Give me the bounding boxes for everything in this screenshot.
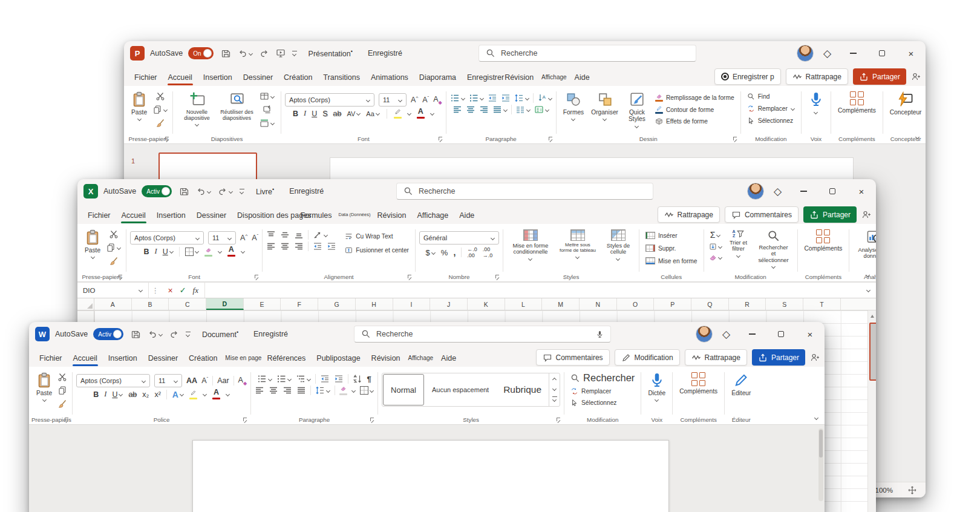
autosum-icon[interactable]: Σ xyxy=(710,230,721,240)
cut-icon[interactable] xyxy=(109,229,119,239)
tab-accueil[interactable]: Accueil xyxy=(68,350,103,367)
tab-publipostage[interactable]: Publipostage xyxy=(311,350,365,367)
column-header[interactable]: A xyxy=(94,298,132,310)
highlight-color-icon[interactable] xyxy=(394,108,402,119)
column-header[interactable]: K xyxy=(468,298,505,310)
slide-layout-icon[interactable] xyxy=(260,91,275,101)
italic-icon[interactable]: I xyxy=(155,247,157,256)
tab-aide[interactable]: Aide xyxy=(569,69,595,86)
bullets-icon[interactable] xyxy=(257,374,272,384)
drawing-dialog-launcher[interactable] xyxy=(733,136,738,142)
saved-status[interactable]: Enregistré xyxy=(253,330,288,338)
zoom-level[interactable]: 100% xyxy=(875,487,893,494)
middle-align-icon[interactable] xyxy=(280,230,290,240)
font-size-select[interactable]: 11 xyxy=(154,374,182,387)
percent-style-icon[interactable]: % xyxy=(441,248,448,257)
catchup-button[interactable]: Rattrapage xyxy=(685,349,747,366)
increase-font-size-icon[interactable]: A^ xyxy=(411,95,418,104)
format-painter-icon[interactable] xyxy=(109,256,119,266)
paste-button[interactable]: Paste xyxy=(128,90,150,122)
select-button[interactable]: Sélectionnez xyxy=(569,398,618,407)
tab-fichier[interactable]: Fichier xyxy=(129,69,163,86)
change-case-icon[interactable]: Aar xyxy=(217,376,229,385)
tab-references[interactable]: Références xyxy=(261,350,311,367)
font-dialog-launcher[interactable] xyxy=(243,417,248,422)
shapes-button[interactable]: Formes xyxy=(560,90,587,122)
name-box[interactable]: DIO xyxy=(77,283,149,298)
shading-icon[interactable] xyxy=(339,386,347,395)
tab-insertion[interactable]: Insertion xyxy=(103,350,143,367)
customize-quick-access-icon[interactable] xyxy=(240,189,244,194)
tab-affichage[interactable]: Affichage xyxy=(406,350,436,367)
share-button[interactable]: Partager xyxy=(752,349,805,366)
numbering-icon[interactable] xyxy=(469,93,484,103)
merge-center-button[interactable]: Fusionner et center xyxy=(344,246,410,255)
styles-dialog-launcher[interactable] xyxy=(556,417,561,422)
font-name-select[interactable]: Aptos (Corps) xyxy=(76,374,150,387)
accounting-format-icon[interactable]: $ xyxy=(426,248,436,257)
format-painter-icon[interactable] xyxy=(155,118,165,128)
fill-icon[interactable] xyxy=(709,243,722,251)
paragraph-dialog-launcher[interactable] xyxy=(548,136,554,142)
column-header[interactable]: M xyxy=(542,298,580,310)
insert-function-icon[interactable]: fx xyxy=(193,286,198,295)
scrollbar-thumb[interactable] xyxy=(819,430,823,458)
editing-mode-button[interactable]: Modification xyxy=(615,349,680,366)
tab-animations[interactable]: Animations xyxy=(365,69,414,86)
arrange-button[interactable]: Organiser xyxy=(588,90,621,122)
replace-button[interactable]: Remplacer xyxy=(746,104,796,113)
close-button[interactable]: × xyxy=(849,180,874,202)
sort-icon[interactable] xyxy=(353,374,362,384)
highlight-color-icon[interactable] xyxy=(189,390,197,399)
column-header[interactable]: H xyxy=(356,298,393,310)
column-header[interactable]: L xyxy=(505,298,543,310)
designer-button[interactable]: Concepteur xyxy=(887,90,925,117)
paragraph-dialog-launcher[interactable] xyxy=(370,417,375,422)
style-heading[interactable]: Rubrique xyxy=(496,373,549,406)
strikethrough-icon[interactable]: ab xyxy=(333,110,342,118)
select-all-corner[interactable] xyxy=(77,298,94,310)
text-direction-icon[interactable] xyxy=(537,93,552,103)
format-cells-button[interactable]: Mise en forme xyxy=(644,257,699,265)
vertical-scrollbar[interactable] xyxy=(867,310,876,512)
maximize-button[interactable] xyxy=(769,323,793,345)
style-normal[interactable]: Normal xyxy=(383,374,424,405)
tab-dessiner[interactable]: Dessiner xyxy=(143,350,183,367)
bold-icon[interactable]: B xyxy=(293,110,298,118)
tab-creation[interactable]: Création xyxy=(278,69,318,86)
tab-enregistrer[interactable]: Enregistrer xyxy=(462,69,504,86)
number-dialog-launcher[interactable] xyxy=(495,274,500,280)
slide-section-icon[interactable] xyxy=(260,118,275,128)
tab-revision[interactable]: Révision xyxy=(371,207,411,224)
shape-outline-button[interactable]: Contour de forme xyxy=(654,105,715,114)
cut-icon[interactable] xyxy=(57,372,67,382)
column-header[interactable]: G xyxy=(318,298,356,310)
superscript-icon[interactable]: x² xyxy=(154,390,160,399)
name-box-options-icon[interactable]: ⋮ xyxy=(149,286,162,295)
expand-formula-bar-icon[interactable] xyxy=(866,288,871,292)
document-page[interactable] xyxy=(192,440,669,512)
borders-icon[interactable] xyxy=(360,386,374,395)
comments-button[interactable]: Commentaires xyxy=(536,349,610,366)
copy-button[interactable] xyxy=(106,243,121,252)
styles-scroll-down-icon[interactable] xyxy=(552,387,557,391)
tab-fichier[interactable]: Fichier xyxy=(82,207,116,224)
change-case-icon[interactable]: Aa xyxy=(366,110,379,117)
bottom-align-icon[interactable] xyxy=(294,230,304,240)
style-no-spacing[interactable]: Aucun espacement xyxy=(425,373,496,406)
clipboard-dialog-launcher[interactable] xyxy=(165,136,170,142)
multilevel-list-icon[interactable] xyxy=(296,374,311,384)
minimize-button[interactable] xyxy=(791,180,815,202)
vertical-scrollbar[interactable] xyxy=(818,428,823,501)
column-header[interactable]: B xyxy=(132,298,169,310)
saved-status[interactable]: Enregistré xyxy=(289,187,324,195)
line-spacing-icon[interactable] xyxy=(514,93,529,103)
save-icon[interactable] xyxy=(131,329,141,339)
alignment-dialog-launcher[interactable] xyxy=(407,274,413,280)
copy-button[interactable] xyxy=(152,105,168,114)
bullets-icon[interactable] xyxy=(450,93,465,103)
column-header[interactable]: R xyxy=(729,298,766,310)
clipboard-dialog-launcher[interactable] xyxy=(118,274,123,280)
increase-indent-icon[interactable] xyxy=(327,241,336,251)
font-name-select[interactable]: Aptos (Corps) xyxy=(130,231,204,245)
